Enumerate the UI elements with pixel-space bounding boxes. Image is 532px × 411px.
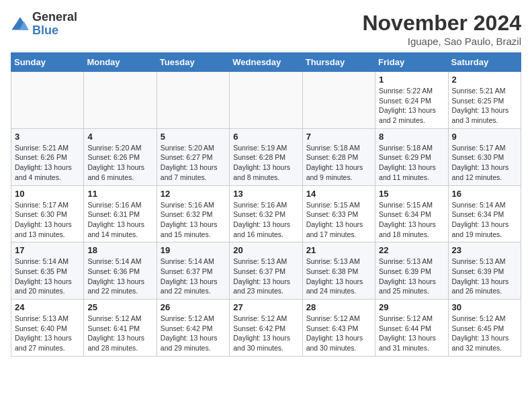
calendar-cell: 16Sunrise: 5:14 AM Sunset: 6:34 PM Dayli…: [448, 185, 521, 242]
day-number: 8: [379, 132, 444, 142]
day-number: 5: [161, 132, 226, 142]
day-number: 26: [161, 302, 226, 312]
day-info: Sunrise: 5:20 AM Sunset: 6:26 PM Dayligh…: [87, 143, 152, 183]
day-number: 25: [87, 302, 152, 312]
calendar-cell: 2Sunrise: 5:21 AM Sunset: 6:25 PM Daylig…: [448, 72, 521, 129]
calendar-cell: 19Sunrise: 5:14 AM Sunset: 6:37 PM Dayli…: [157, 242, 229, 300]
logo: General Blue: [11, 11, 77, 38]
calendar-week-1: 1Sunrise: 5:22 AM Sunset: 6:24 PM Daylig…: [11, 72, 521, 129]
calendar-cell: 10Sunrise: 5:17 AM Sunset: 6:30 PM Dayli…: [11, 185, 84, 242]
day-number: 2: [452, 75, 517, 85]
calendar-cell: 30Sunrise: 5:12 AM Sunset: 6:45 PM Dayli…: [448, 300, 521, 357]
day-info: Sunrise: 5:18 AM Sunset: 6:29 PM Dayligh…: [379, 143, 444, 183]
calendar-week-4: 17Sunrise: 5:14 AM Sunset: 6:35 PM Dayli…: [11, 242, 521, 300]
day-number: 30: [452, 302, 517, 312]
calendar-cell: 9Sunrise: 5:17 AM Sunset: 6:30 PM Daylig…: [448, 128, 521, 185]
logo-icon: [11, 15, 30, 34]
day-info: Sunrise: 5:19 AM Sunset: 6:28 PM Dayligh…: [233, 143, 298, 183]
day-info: Sunrise: 5:12 AM Sunset: 6:43 PM Dayligh…: [306, 314, 371, 353]
day-info: Sunrise: 5:12 AM Sunset: 6:45 PM Dayligh…: [452, 314, 517, 353]
day-number: 19: [161, 245, 226, 255]
day-info: Sunrise: 5:22 AM Sunset: 6:24 PM Dayligh…: [379, 86, 444, 126]
calendar-week-3: 10Sunrise: 5:17 AM Sunset: 6:30 PM Dayli…: [11, 185, 521, 242]
header-tuesday: Tuesday: [157, 53, 229, 72]
day-info: Sunrise: 5:20 AM Sunset: 6:27 PM Dayligh…: [161, 143, 226, 183]
day-number: 9: [452, 132, 517, 142]
day-number: 10: [15, 189, 80, 199]
header-wednesday: Wednesday: [230, 53, 302, 72]
calendar-cell: 28Sunrise: 5:12 AM Sunset: 6:43 PM Dayli…: [302, 300, 375, 357]
day-info: Sunrise: 5:16 AM Sunset: 6:32 PM Dayligh…: [161, 200, 226, 240]
day-info: Sunrise: 5:21 AM Sunset: 6:26 PM Dayligh…: [15, 143, 80, 183]
calendar-cell: 1Sunrise: 5:22 AM Sunset: 6:24 PM Daylig…: [375, 72, 448, 129]
day-number: 23: [452, 245, 517, 255]
page-header: General Blue November 2024 Iguape, Sao P…: [11, 11, 521, 47]
calendar-cell: 5Sunrise: 5:20 AM Sunset: 6:27 PM Daylig…: [157, 128, 229, 185]
day-info: Sunrise: 5:17 AM Sunset: 6:30 PM Dayligh…: [15, 200, 80, 240]
day-info: Sunrise: 5:14 AM Sunset: 6:36 PM Dayligh…: [87, 257, 152, 296]
day-info: Sunrise: 5:13 AM Sunset: 6:39 PM Dayligh…: [452, 257, 517, 296]
day-info: Sunrise: 5:13 AM Sunset: 6:38 PM Dayligh…: [306, 257, 371, 296]
day-info: Sunrise: 5:15 AM Sunset: 6:34 PM Dayligh…: [379, 200, 444, 240]
day-number: 22: [379, 245, 444, 255]
calendar-table: SundayMondayTuesdayWednesdayThursdayFrid…: [11, 52, 521, 357]
calendar-cell: 13Sunrise: 5:16 AM Sunset: 6:32 PM Dayli…: [230, 185, 302, 242]
day-info: Sunrise: 5:14 AM Sunset: 6:37 PM Dayligh…: [161, 257, 226, 296]
day-info: Sunrise: 5:12 AM Sunset: 6:42 PM Dayligh…: [233, 314, 298, 353]
day-number: 29: [379, 302, 444, 312]
day-info: Sunrise: 5:12 AM Sunset: 6:44 PM Dayligh…: [379, 314, 444, 353]
day-info: Sunrise: 5:17 AM Sunset: 6:30 PM Dayligh…: [452, 143, 517, 183]
calendar-cell: 17Sunrise: 5:14 AM Sunset: 6:35 PM Dayli…: [11, 242, 84, 300]
day-number: 13: [233, 189, 298, 199]
day-info: Sunrise: 5:13 AM Sunset: 6:37 PM Dayligh…: [233, 257, 298, 296]
day-number: 18: [87, 245, 152, 255]
location: Iguape, Sao Paulo, Brazil: [362, 36, 521, 47]
calendar-cell: [230, 72, 302, 129]
calendar-cell: 8Sunrise: 5:18 AM Sunset: 6:29 PM Daylig…: [375, 128, 448, 185]
day-number: 12: [161, 189, 226, 199]
header-monday: Monday: [84, 53, 157, 72]
calendar-cell: [302, 72, 375, 129]
calendar-cell: 7Sunrise: 5:18 AM Sunset: 6:28 PM Daylig…: [302, 128, 375, 185]
day-info: Sunrise: 5:15 AM Sunset: 6:33 PM Dayligh…: [306, 200, 371, 240]
day-number: 1: [379, 75, 444, 85]
calendar-cell: 23Sunrise: 5:13 AM Sunset: 6:39 PM Dayli…: [448, 242, 521, 300]
calendar-cell: 12Sunrise: 5:16 AM Sunset: 6:32 PM Dayli…: [157, 185, 229, 242]
day-info: Sunrise: 5:18 AM Sunset: 6:28 PM Dayligh…: [306, 143, 371, 183]
day-number: 14: [306, 189, 371, 199]
day-number: 24: [15, 302, 80, 312]
day-number: 20: [233, 245, 298, 255]
header-thursday: Thursday: [302, 53, 375, 72]
day-number: 3: [15, 132, 80, 142]
calendar-cell: 21Sunrise: 5:13 AM Sunset: 6:38 PM Dayli…: [302, 242, 375, 300]
day-info: Sunrise: 5:16 AM Sunset: 6:32 PM Dayligh…: [233, 200, 298, 240]
day-number: 16: [452, 189, 517, 199]
calendar-cell: 6Sunrise: 5:19 AM Sunset: 6:28 PM Daylig…: [230, 128, 302, 185]
calendar-cell: 25Sunrise: 5:12 AM Sunset: 6:41 PM Dayli…: [84, 300, 157, 357]
day-info: Sunrise: 5:13 AM Sunset: 6:39 PM Dayligh…: [379, 257, 444, 296]
logo-blue: Blue: [32, 24, 58, 37]
title-area: November 2024 Iguape, Sao Paulo, Brazil: [362, 11, 521, 47]
day-number: 21: [306, 245, 371, 255]
day-number: 27: [233, 302, 298, 312]
logo-general: General: [32, 10, 77, 24]
calendar-cell: 4Sunrise: 5:20 AM Sunset: 6:26 PM Daylig…: [84, 128, 157, 185]
day-info: Sunrise: 5:13 AM Sunset: 6:40 PM Dayligh…: [15, 314, 80, 353]
day-number: 11: [87, 189, 152, 199]
calendar-cell: 22Sunrise: 5:13 AM Sunset: 6:39 PM Dayli…: [375, 242, 448, 300]
day-number: 7: [306, 132, 371, 142]
calendar-cell: 14Sunrise: 5:15 AM Sunset: 6:33 PM Dayli…: [302, 185, 375, 242]
month-title: November 2024: [362, 11, 521, 36]
header-friday: Friday: [375, 53, 448, 72]
calendar-header-row: SundayMondayTuesdayWednesdayThursdayFrid…: [11, 53, 521, 72]
day-info: Sunrise: 5:14 AM Sunset: 6:34 PM Dayligh…: [452, 200, 517, 240]
day-info: Sunrise: 5:21 AM Sunset: 6:25 PM Dayligh…: [452, 86, 517, 126]
day-info: Sunrise: 5:14 AM Sunset: 6:35 PM Dayligh…: [15, 257, 80, 296]
day-number: 15: [379, 189, 444, 199]
header-saturday: Saturday: [448, 53, 521, 72]
calendar-cell: 18Sunrise: 5:14 AM Sunset: 6:36 PM Dayli…: [84, 242, 157, 300]
day-number: 17: [15, 245, 80, 255]
calendar-cell: 20Sunrise: 5:13 AM Sunset: 6:37 PM Dayli…: [230, 242, 302, 300]
day-number: 4: [87, 132, 152, 142]
day-info: Sunrise: 5:16 AM Sunset: 6:31 PM Dayligh…: [87, 200, 152, 240]
